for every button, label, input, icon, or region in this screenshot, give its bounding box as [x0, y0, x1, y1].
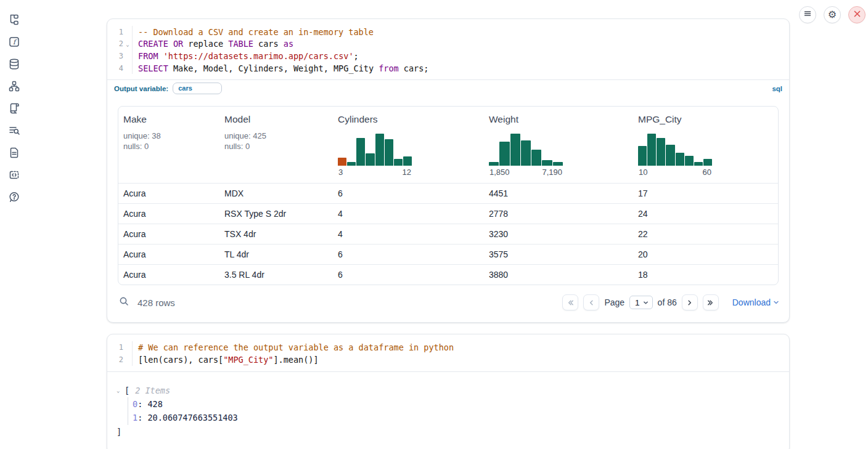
download-button[interactable]: Download [732, 297, 779, 307]
shutdown-button[interactable] [848, 6, 866, 23]
item-colon: : [137, 413, 147, 423]
histogram-bar[interactable] [553, 162, 563, 166]
histogram-bar[interactable] [375, 134, 384, 166]
histogram-bar[interactable] [542, 160, 552, 166]
scratchpad-icon[interactable] [8, 102, 21, 115]
code-token: CREATE [138, 39, 168, 49]
histogram-bar[interactable] [356, 138, 365, 166]
code-token: as [284, 39, 293, 49]
column-header-model[interactable]: Modelunique: 425nulls: 0 [219, 107, 333, 183]
search-icon[interactable] [119, 296, 129, 309]
histogram-bar[interactable] [531, 150, 541, 166]
table-cell: 18 [633, 265, 778, 285]
column-stats: unique: 38nulls: 0 [123, 131, 213, 152]
output-variable-row: Output variable: cars sql [107, 79, 789, 97]
column-header-cylinders[interactable]: Cylinders312 [333, 107, 484, 183]
column-histogram: 1,8507,190 [489, 134, 563, 177]
collapse-chevron-icon[interactable]: ⌄ [117, 387, 125, 394]
histogram-bar[interactable] [703, 159, 712, 166]
settings-button[interactable]: ⚙ [824, 6, 841, 23]
table-row: AcuraTSX 4dr4323022 [118, 224, 778, 244]
help-icon[interactable] [8, 190, 21, 203]
last-page-button[interactable] [703, 294, 719, 310]
first-page-button[interactable] [562, 294, 578, 310]
list-header[interactable]: ⌄ [ 2 Items [117, 384, 779, 397]
histogram-min-label: 3 [338, 168, 343, 177]
table-cell: 3575 [484, 245, 633, 264]
double-chevron-right-icon [706, 299, 714, 307]
line-number: 1 [107, 343, 123, 352]
histogram-bar[interactable] [347, 162, 356, 166]
histogram-bar[interactable] [694, 162, 703, 166]
histogram-max-label: 12 [403, 168, 411, 177]
histogram-bar[interactable] [685, 156, 694, 166]
histogram-labels: 1,8507,190 [489, 168, 563, 177]
column-title: MPG_City [638, 114, 772, 125]
code-token: -- Download a CSV and create an in-memor… [138, 27, 374, 37]
histogram-min-label: 10 [639, 168, 647, 177]
table-cell: 4 [333, 204, 484, 224]
variables-icon[interactable]: f [8, 35, 21, 48]
chevron-down-icon [773, 299, 779, 305]
column-title: Weight [489, 114, 627, 125]
histogram-bar[interactable] [638, 146, 647, 166]
column-stats: unique: 425nulls: 0 [224, 131, 327, 152]
table-row: AcuraMDX6445117 [118, 183, 778, 203]
data-sources-icon[interactable] [8, 57, 21, 70]
code-token [158, 51, 163, 61]
python-code-editor[interactable]: 1# We can reference the output variable … [107, 334, 789, 371]
stat-line: unique: 38 [123, 131, 213, 141]
item-colon: : [137, 399, 147, 409]
prev-page-button[interactable] [583, 294, 599, 310]
line-number: 3 [107, 52, 123, 60]
fold-indicator [123, 68, 132, 69]
output-variable-input[interactable]: cars [173, 83, 222, 94]
item-value: 20.060747663551403 [147, 413, 237, 423]
table-cell: 22 [633, 224, 778, 244]
column-header-make[interactable]: Makeunique: 38nulls: 0 [118, 107, 219, 183]
close-bracket: ] [117, 425, 779, 439]
column-title: Make [123, 114, 213, 125]
table-cell: 17 [633, 184, 778, 203]
column-title: Model [224, 114, 327, 125]
code-text: FROM 'https://datasets.marimo.app/cars.c… [132, 50, 789, 62]
table-footer: 428 rows Page 1 of 86 Download [107, 285, 789, 322]
documentation-icon[interactable] [8, 146, 21, 159]
file-explorer-icon[interactable] [8, 13, 21, 26]
close-icon [853, 9, 861, 20]
histogram-bar[interactable] [657, 138, 665, 166]
line-number: 2 [107, 355, 123, 364]
code-token: # We can reference the output variable a… [138, 342, 454, 352]
output-panel: ⌄ [ 2 Items 0: 4281: 20.060747663551403 … [107, 372, 789, 449]
table-cell: Acura [118, 184, 219, 203]
histogram-bar[interactable] [403, 156, 412, 166]
page-total: of 86 [658, 297, 677, 307]
histogram-max-label: 60 [703, 168, 711, 177]
snippets-icon[interactable] [8, 168, 21, 181]
fold-indicator[interactable]: ⌄ [123, 41, 132, 47]
dependency-graph-icon[interactable] [8, 79, 21, 92]
histogram-bar[interactable] [499, 142, 509, 166]
item-index: 0 [133, 399, 137, 409]
column-header-weight[interactable]: Weight1,8507,190 [484, 107, 633, 183]
histogram-bar[interactable] [366, 153, 374, 166]
sql-code-editor[interactable]: 1-- Download a CSV and create an in-memo… [107, 19, 789, 79]
code-text: CREATE OR replace TABLE cars as [132, 38, 789, 51]
histogram-bar[interactable] [510, 134, 520, 166]
code-line: 2⌄CREATE OR replace TABLE cars as [107, 38, 789, 51]
column-header-mpg_city[interactable]: MPG_City1060 [633, 107, 778, 183]
page-label: Page [604, 297, 624, 307]
page-select[interactable]: 1 [629, 296, 653, 309]
logs-icon[interactable] [8, 124, 21, 137]
histogram-bar[interactable] [521, 140, 531, 166]
histogram-bar[interactable] [385, 139, 393, 166]
histogram-bar[interactable] [394, 159, 403, 166]
histogram-bar[interactable] [676, 153, 684, 166]
histogram-bar[interactable] [489, 162, 499, 166]
histogram-bar[interactable] [338, 158, 346, 166]
notebook-menu-button[interactable] [799, 6, 816, 23]
code-line: 1# We can reference the output variable … [107, 341, 789, 354]
next-page-button[interactable] [682, 294, 698, 310]
histogram-bar[interactable] [647, 134, 656, 166]
histogram-bar[interactable] [666, 145, 674, 166]
